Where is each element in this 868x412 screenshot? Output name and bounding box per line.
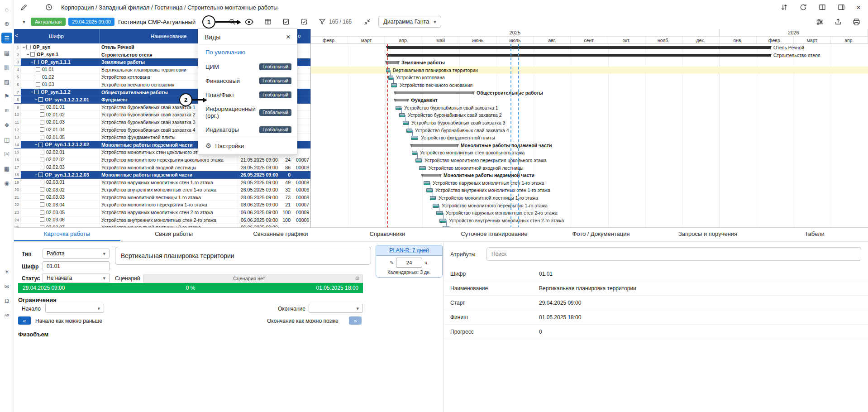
row-checkbox[interactable] — [34, 90, 39, 94]
gantt-bar[interactable] — [430, 196, 436, 200]
table-row[interactable]: 18−OP_syn.1.1.2.1.2.03Монолитные работы … — [14, 171, 310, 179]
gantt-bar[interactable] — [387, 46, 771, 49]
row-checkbox[interactable] — [40, 158, 44, 162]
gantt-bar[interactable] — [412, 151, 417, 155]
bottom-tab[interactable]: Карточка работы — [14, 228, 120, 241]
layers-icon[interactable]: ≋ — [1, 105, 12, 116]
bottom-tab[interactable]: Суточное планирование — [441, 228, 548, 241]
table-row[interactable]: 1902.03.01Устройство наружных монолитных… — [14, 179, 310, 187]
table-row[interactable]: 2202.03.04Устройство монолитного перекры… — [14, 201, 310, 209]
bottom-tab[interactable]: Справочники — [334, 228, 441, 241]
row-checkbox[interactable] — [40, 112, 44, 117]
row-checkbox[interactable] — [38, 172, 43, 177]
gantt-bar[interactable] — [395, 99, 408, 101]
gantt-bar[interactable] — [426, 188, 433, 192]
row-checkbox[interactable] — [36, 75, 40, 79]
gantt-bar[interactable] — [396, 106, 401, 110]
row-checkbox[interactable] — [40, 202, 44, 207]
row-checkbox[interactable] — [40, 105, 44, 110]
bottom-tab[interactable]: Связи работы — [120, 228, 227, 241]
row-checkbox[interactable] — [40, 150, 44, 154]
gantt-bar[interactable] — [411, 144, 458, 147]
views-menu-item[interactable]: План/ФактГлобальный — [198, 88, 297, 102]
task-check-icon[interactable] — [300, 18, 308, 26]
views-menu-item[interactable]: ЦИМГлобальный — [198, 60, 297, 74]
messages-icon[interactable]: ✉ — [1, 281, 12, 292]
filter-icon[interactable] — [318, 18, 326, 26]
brightness-icon[interactable]: ☀ — [1, 266, 12, 277]
gantt-bar[interactable] — [391, 83, 397, 87]
work-name-input[interactable] — [115, 247, 371, 265]
gantt-bar[interactable] — [395, 91, 474, 94]
gantt-bar[interactable] — [424, 181, 430, 185]
row-checkbox[interactable] — [40, 187, 44, 192]
row-checkbox[interactable] — [30, 52, 35, 57]
row-checkbox[interactable] — [40, 217, 44, 222]
gantt-bar[interactable] — [406, 129, 412, 133]
globe-icon[interactable]: ⊕ — [1, 18, 12, 29]
alap-button[interactable]: » — [349, 316, 362, 325]
views-menu-default-item[interactable]: По умолчанию — [198, 45, 297, 60]
gantt-bar[interactable] — [422, 174, 441, 177]
home-icon[interactable]: ⌂ — [1, 4, 12, 14]
finish-constraint-select[interactable]: ▾ — [309, 304, 363, 313]
scenario-field[interactable]: Сценария нет ⚙ — [143, 274, 363, 283]
asap-button[interactable]: « — [18, 316, 31, 325]
row-checkbox[interactable] — [38, 143, 43, 147]
notifications-icon[interactable]: Ω — [1, 295, 12, 306]
row-checkbox[interactable] — [36, 82, 40, 87]
table-row[interactable]: 2102.03.03Устройство монолитной лестницы… — [14, 194, 310, 201]
status-select[interactable]: Не начата▾ — [43, 273, 110, 283]
gantt-bar[interactable] — [386, 61, 399, 64]
gantt-bar[interactable] — [399, 113, 405, 117]
type-select[interactable]: Работа▾ — [43, 249, 110, 259]
row-checkbox[interactable] — [40, 180, 44, 184]
expand-icon[interactable]: − — [31, 58, 33, 66]
panel-layout-icon[interactable] — [837, 3, 845, 11]
collapse-diagonal-icon[interactable] — [363, 18, 371, 26]
row-checkbox[interactable] — [38, 97, 43, 102]
swap-icon[interactable] — [780, 3, 788, 11]
views-menu-item[interactable]: ИндикаторыГлобальный — [198, 123, 297, 137]
start-constraint-select[interactable]: ▾ — [45, 304, 104, 313]
gantt-bar[interactable] — [419, 166, 426, 170]
flag-icon[interactable]: ⚑ — [1, 91, 12, 101]
row-checkbox[interactable] — [40, 195, 44, 200]
row-checkbox[interactable] — [40, 120, 44, 125]
refresh-icon[interactable] — [799, 3, 807, 11]
visibility-icon[interactable]: ◉ — [1, 177, 12, 188]
schedule-icon[interactable]: ☰ — [1, 33, 12, 43]
database-icon[interactable]: ◫ — [1, 134, 12, 145]
history-icon[interactable] — [45, 3, 53, 11]
expand-icon[interactable]: − — [35, 141, 37, 149]
close-icon[interactable]: × — [856, 4, 861, 11]
gantt-bar[interactable] — [388, 76, 393, 80]
table-row[interactable]: 2302.03.05Устройство наружных монолитных… — [14, 209, 310, 216]
tree-collapse-icon[interactable]: ▾ — [23, 19, 25, 25]
views-menu-settings[interactable]: ⚙ Настройки — [198, 137, 297, 154]
column-header-code[interactable]: Шифр — [14, 29, 100, 43]
views-menu-item[interactable]: Информационный (орг.)Глобальный — [198, 102, 297, 123]
table-row[interactable]: 1702.02.03Устройство монолитной входной … — [14, 164, 310, 172]
row-checkbox[interactable] — [40, 210, 44, 215]
table-row[interactable]: 2002.03.02Устройство внутренних монолитн… — [14, 186, 310, 194]
gantt-bar[interactable] — [436, 211, 443, 215]
bottom-tab[interactable]: Табели — [761, 228, 868, 241]
split-view-icon[interactable] — [818, 3, 826, 11]
views-eye-icon[interactable] — [244, 17, 254, 27]
plan-duration-link[interactable]: PLAN-R: 7 дней — [376, 245, 442, 256]
text-attr-icon[interactable]: [A] — [1, 149, 12, 159]
view-mode-select[interactable]: Диаграмма Ганта▾ — [378, 16, 441, 28]
expand-icon[interactable]: − — [27, 51, 29, 58]
bottom-tab[interactable]: Связанные графики — [227, 228, 334, 241]
row-checkbox[interactable] — [26, 45, 31, 49]
expand-icon[interactable]: − — [23, 43, 25, 51]
table-row[interactable]: 2402.03.06Устройство внутренних монолитн… — [14, 216, 310, 224]
gantt-bar[interactable] — [439, 219, 446, 223]
layout-icon[interactable]: ▤ — [1, 47, 12, 58]
attributes-search-input[interactable] — [486, 247, 861, 261]
hours-input[interactable] — [396, 258, 422, 268]
gantt-bar[interactable] — [415, 158, 422, 163]
table-row[interactable]: 2502.03.07Устройство монолитной лестницы… — [14, 224, 310, 227]
multi-select-icon[interactable] — [282, 18, 290, 26]
